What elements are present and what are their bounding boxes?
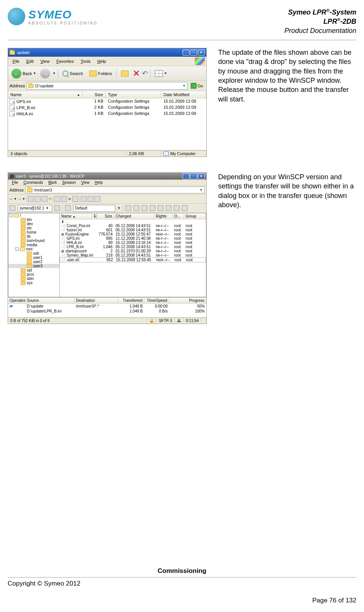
file-row[interactable]: 📄Const_Pos.ini4005.12.2008 14:43:51rw-r-… [60, 224, 206, 228]
session-combo[interactable]: symeo@192.1▼ [18, 205, 52, 212]
menu-favorites[interactable]: Favorites [53, 58, 77, 64]
menu-file[interactable]: File [10, 58, 23, 64]
menu-mark[interactable]: Mark [46, 180, 59, 185]
folder-icon [27, 260, 32, 264]
folder-icon [14, 214, 19, 218]
remote-file-panel[interactable]: Name ▲ Ext Size Changed Rights O... Grou… [60, 213, 206, 297]
tree-item[interactable]: media [8, 243, 59, 247]
delete-button[interactable]: ✕ [133, 69, 140, 79]
winscp-sessionbar: symeo@192.1▼ Default ▼ [8, 204, 206, 213]
file-row[interactable]: 📄fusion.ini60105.12.2008 14:43:51rw-r--r… [60, 228, 206, 232]
address-input[interactable]: D:\update ▼ [26, 82, 188, 90]
directory-tree[interactable]: -/ bindevetchomeliblost+foundmedia-mntus… [8, 213, 60, 297]
tree-item[interactable]: user3 [8, 264, 59, 268]
forward-button[interactable]: → [40, 69, 50, 79]
folders-icon [89, 70, 97, 77]
page-header: SYMEO ABSOLUTE POSITIONING Symeo LPR®-Sy… [8, 8, 356, 40]
tree-item[interactable]: usb [8, 251, 59, 255]
folder-icon [21, 281, 26, 285]
ini-file-icon [10, 99, 15, 104]
tree-item[interactable]: -mnt [8, 247, 59, 251]
queue-headers[interactable]: Operation Source Destination Transferred… [8, 297, 206, 304]
tree-item[interactable]: lost+found [8, 239, 59, 243]
go-button[interactable]: → Go [189, 82, 205, 89]
file-row[interactable]: 📄GPS.ini89511.12.2008 21:40:38rw-r--r--r… [60, 236, 206, 241]
logo-tagline: ABSOLUTE POSITIONING [28, 21, 98, 25]
tree-item[interactable]: sys [8, 281, 59, 285]
tree-item[interactable]: proc [8, 272, 59, 277]
queue-row[interactable]: D:\update\LPR_B.ini1.049 B0 B/s100% [8, 309, 206, 314]
search-button[interactable]: Search [60, 70, 85, 77]
folder-icon [21, 277, 26, 281]
tree-item[interactable]: etc [8, 226, 59, 230]
ini-file-icon [10, 111, 15, 116]
menu-view[interactable]: View [38, 58, 53, 64]
file-row[interactable]: 📄HHLA.ini8015.12.2008 13:16:14rw-r--r--r… [60, 241, 206, 245]
file-row[interactable]: ⊞FusionEngine776.67415.12.2008 12:55:47r… [60, 232, 206, 236]
dropdown-icon[interactable]: ▼ [182, 84, 186, 88]
tree-item[interactable]: home [8, 230, 59, 234]
minimize-button[interactable]: _ [183, 49, 189, 56]
sync-icon[interactable] [121, 70, 129, 77]
file-row[interactable]: 📄user.sh85215.12.2008 12:55:45rwxr--r--r… [60, 257, 206, 262]
folder-icon [21, 222, 26, 226]
undo-button[interactable]: ↶ [142, 69, 148, 78]
close-button[interactable]: ✕ [198, 173, 205, 179]
tree-item[interactable]: -/ [8, 213, 59, 218]
menu-file[interactable]: File [10, 180, 20, 185]
folder-icon [21, 218, 26, 222]
menu-commands[interactable]: Commands [21, 180, 45, 185]
menu-help[interactable]: Help [94, 58, 109, 64]
back-button[interactable]: ← Back ▼ [10, 68, 38, 79]
address-label: Address [10, 83, 25, 88]
view-icon [155, 70, 163, 77]
winscp-titlebar[interactable]: ⬛ user3 - symeo@192.168.1.99 - WinSCP _ … [8, 173, 206, 180]
transfer-queue[interactable]: ⇄D:\update/mnt/user3/*.*1.049 B0:00:0050… [8, 304, 206, 317]
explorer-titlebar[interactable]: update _ □ ✕ [8, 48, 206, 57]
tree-item[interactable]: user1 [8, 255, 59, 260]
file-row[interactable]: LPR_B.ini2 KBConfiguration Settings15.01… [8, 105, 206, 111]
menu-tools[interactable]: Tools [78, 58, 94, 64]
minimize-button[interactable]: _ [183, 173, 189, 179]
file-list[interactable]: GPS.ini1 KBConfiguration Settings15.01.2… [8, 98, 206, 150]
app-icon: ⬛ [10, 174, 14, 178]
folder-icon [21, 226, 26, 230]
winscp-statusbar: 0 B of 752 KiB in 0 of 9 🔒 SFTP-3 🖧 0:11… [8, 317, 206, 324]
menu-help[interactable]: Help [93, 180, 105, 185]
folders-button[interactable]: Folders [87, 70, 114, 77]
folder-icon [21, 239, 26, 243]
menu-edit[interactable]: Edit [23, 58, 37, 64]
tree-item[interactable]: opt [8, 268, 59, 272]
tree-item[interactable]: lib [8, 234, 59, 239]
menu-view[interactable]: View [79, 180, 92, 185]
winscp-menubar: FileCommandsMarkSessionViewHelp [8, 180, 206, 186]
close-button[interactable]: ✕ [198, 49, 205, 56]
file-icon: 📄 [61, 254, 65, 257]
winscp-toolbar-1[interactable]: ⇐▼ ⇒▼ ⟳ ✕ [8, 195, 206, 204]
menu-session[interactable]: Session [60, 180, 78, 185]
folder-icon [28, 84, 34, 88]
file-row[interactable]: 📄Symeo_Map.ini21805.12.2008 14:43:51rw-r… [60, 253, 206, 257]
file-row[interactable]: HHLA.ini1 KBConfiguration Settings15.01.… [8, 111, 206, 117]
maximize-button[interactable]: □ [190, 173, 197, 179]
session-icon[interactable] [10, 205, 15, 211]
address-input[interactable]: /mnt/user3 ▼ [25, 187, 205, 193]
maximize-button[interactable]: □ [190, 49, 197, 56]
transfer-combo[interactable]: Default [73, 205, 115, 212]
explorer-toolbar: ← Back ▼ → ▼ Search Folders ✕ ↶ [8, 66, 206, 81]
copyright: Copyright © Symeo 2012 [8, 580, 356, 587]
tree-item[interactable]: bin [8, 218, 59, 222]
file-row[interactable]: ⊞startupcount201.01.1970 01:00:28rw-r--r… [60, 249, 206, 253]
ini-file-icon [10, 105, 15, 110]
folder-icon [21, 243, 26, 247]
queue-row[interactable]: ⇄D:\update/mnt/user3/*.*1.049 B0:00:0050… [8, 304, 206, 309]
tree-item[interactable]: user2 [8, 260, 59, 264]
search-icon [62, 70, 69, 77]
column-headers[interactable]: Name▲ Size Type Date Modified [8, 91, 206, 98]
file-row[interactable]: ⬆.. [60, 219, 206, 224]
file-row[interactable]: GPS.ini1 KBConfiguration Settings15.01.2… [8, 98, 206, 105]
tree-item[interactable]: dev [8, 222, 59, 226]
view-button[interactable]: ▼ [153, 69, 169, 78]
tree-item[interactable]: sbin [8, 277, 59, 281]
file-row[interactable]: 📄LPR_B.ini1.04605.12.2008 14:43:51rw-r--… [60, 245, 206, 249]
